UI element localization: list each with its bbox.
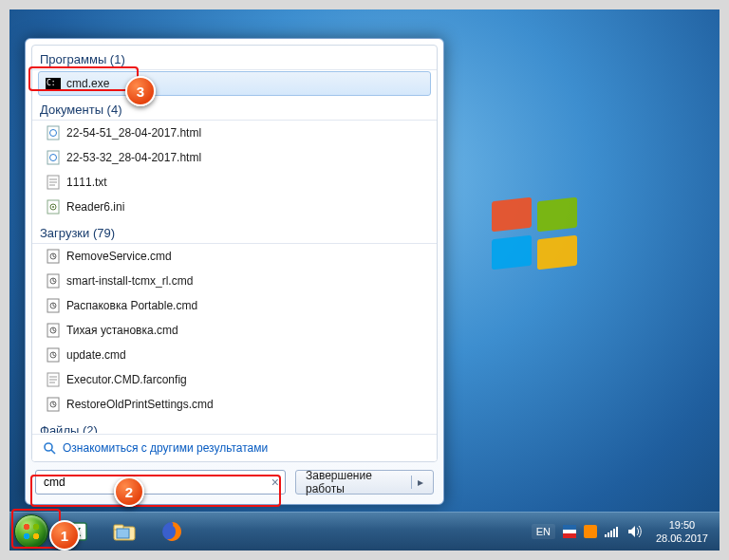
result-item[interactable]: smart-install-tcmx_rl.cmd — [32, 269, 437, 293]
batch-file-icon — [46, 273, 61, 289]
tray-clock[interactable]: 19:50 28.06.2017 — [650, 518, 714, 545]
tray-date: 28.06.2017 — [656, 532, 708, 545]
svg-rect-49 — [616, 527, 618, 537]
section-header-programs: Программы (1) — [32, 47, 437, 70]
result-item[interactable]: RemoveService.cmd — [32, 244, 437, 269]
result-item-label: RemoveService.cmd — [66, 250, 172, 263]
html-file-icon — [46, 125, 61, 140]
taskbar: X EN 19:50 28.06.2017 — [9, 512, 720, 551]
cmd-icon: C: — [46, 76, 61, 91]
result-item[interactable]: 1111.txt — [32, 170, 437, 195]
text-file-icon — [46, 372, 61, 387]
see-more-results-label: Ознакомиться с другими результатами — [63, 441, 268, 455]
result-item-label: cmd.exe — [66, 77, 109, 90]
callout-3: 3 — [125, 76, 156, 106]
result-item[interactable]: update.cmd — [32, 343, 437, 367]
svg-rect-48 — [613, 529, 615, 537]
search-input-wrapper[interactable]: × — [35, 470, 286, 495]
start-button[interactable] — [9, 513, 53, 551]
result-item-label: update.cmd — [66, 348, 126, 362]
html-file-icon — [46, 150, 61, 165]
tray-time: 19:50 — [656, 518, 708, 532]
tray-action-center-icon[interactable] — [584, 525, 597, 538]
tray-volume-icon[interactable] — [627, 525, 643, 538]
callout-2: 2 — [114, 476, 144, 507]
desktop: Программы (1)C:cmd.exeДокументы (4)22-54… — [9, 9, 720, 551]
svg-rect-43 — [563, 533, 576, 538]
language-indicator[interactable]: EN — [532, 524, 555, 539]
search-input[interactable] — [42, 475, 271, 490]
result-item[interactable]: Распаковка Portable.cmd — [32, 293, 437, 318]
result-item[interactable]: RestoreOldPrintSettings.cmd — [32, 392, 437, 417]
start-menu-search-panel: Программы (1)C:cmd.exeДокументы (4)22-54… — [25, 38, 444, 505]
svg-rect-44 — [563, 525, 576, 530]
svg-rect-2 — [47, 151, 59, 164]
result-item-label: Reader6.ini — [66, 200, 124, 214]
result-item-label: 22-53-32_28-04-2017.html — [66, 151, 201, 164]
result-item[interactable]: Тихая установка.cmd — [32, 318, 437, 343]
result-item-label: Распаковка Portable.cmd — [66, 299, 197, 312]
shutdown-button[interactable]: Завершение работы ▸ — [295, 470, 434, 495]
taskbar-app-explorer[interactable] — [102, 516, 147, 547]
batch-file-icon — [46, 347, 61, 363]
batch-file-icon — [46, 249, 61, 264]
svg-point-10 — [52, 206, 54, 208]
result-item-label: 22-54-51_28-04-2017.html — [66, 126, 201, 140]
svg-rect-40 — [117, 529, 129, 538]
result-item[interactable]: Executor.CMD.farconfig — [32, 367, 437, 392]
tray-flag-icon[interactable] — [563, 525, 576, 538]
result-item-label: RestoreOldPrintSettings.cmd — [66, 398, 214, 411]
svg-rect-46 — [608, 532, 609, 537]
shutdown-label: Завершение работы — [306, 469, 405, 495]
result-item[interactable]: Reader6.ini — [32, 195, 437, 219]
result-item-label: Executor.CMD.farconfig — [66, 373, 187, 386]
result-item-label: Тихая установка.cmd — [66, 324, 178, 337]
search-icon — [42, 440, 57, 456]
section-header-downloads: Загрузки (79) — [32, 221, 437, 244]
system-tray: EN 19:50 28.06.2017 — [532, 518, 720, 545]
svg-rect-47 — [610, 531, 612, 537]
batch-file-icon — [46, 298, 61, 313]
start-orb-icon — [14, 514, 48, 549]
section-header-files: Файлы (2) — [32, 419, 437, 433]
result-item[interactable]: 22-53-32_28-04-2017.html — [32, 145, 437, 170]
callout-1: 1 — [49, 520, 80, 551]
windows-logo — [492, 199, 587, 275]
svg-point-33 — [45, 443, 52, 451]
batch-file-icon — [46, 397, 61, 412]
text-file-icon — [46, 175, 61, 190]
taskbar-app-firefox[interactable] — [149, 516, 195, 547]
svg-rect-45 — [605, 534, 607, 537]
result-item-label: smart-install-tcmx_rl.cmd — [66, 274, 193, 288]
clear-search-icon[interactable]: × — [271, 475, 279, 490]
svg-marker-50 — [628, 526, 635, 537]
svg-rect-0 — [47, 126, 59, 140]
ini-file-icon — [46, 199, 61, 215]
tray-network-icon[interactable] — [605, 525, 620, 538]
batch-file-icon — [46, 323, 61, 338]
result-item[interactable]: C:cmd.exe — [38, 71, 431, 96]
result-item-label: 1111.txt — [66, 176, 107, 189]
svg-line-34 — [51, 450, 55, 454]
shutdown-options-arrow[interactable]: ▸ — [411, 476, 423, 489]
see-more-results-link[interactable]: Ознакомиться с другими результатами — [32, 434, 437, 461]
section-header-documents: Документы (4) — [32, 98, 437, 121]
result-item[interactable]: 22-54-51_28-04-2017.html — [32, 121, 437, 145]
